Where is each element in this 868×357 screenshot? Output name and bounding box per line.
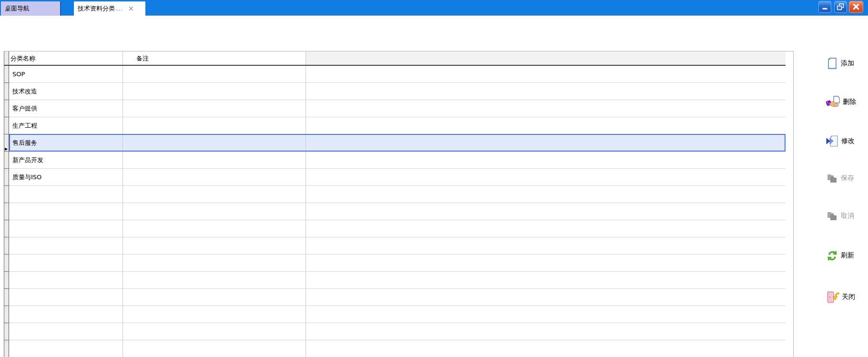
table-row[interactable] xyxy=(4,255,786,272)
table-row[interactable]: 质量与ISO xyxy=(4,169,786,186)
minimize-button[interactable] xyxy=(818,1,831,13)
add-document-icon xyxy=(826,57,838,70)
cell-category-name xyxy=(9,220,123,237)
tab-desktop-navigation[interactable]: 桌面导航 xyxy=(1,1,61,16)
cell-category-name xyxy=(9,323,123,340)
tab-label-ellipsis: ... xyxy=(116,1,123,16)
row-indicator xyxy=(4,220,9,237)
grid-rows: SOP技术改造客户提供生产工程▶售后服务新产品开发质量与ISO xyxy=(4,66,786,357)
table-row[interactable] xyxy=(4,237,786,255)
cell-category-name: SOP xyxy=(9,66,123,83)
row-indicator xyxy=(4,323,9,340)
column-header-note[interactable]: 备注 xyxy=(123,51,306,65)
cell-note xyxy=(123,66,306,83)
table-row[interactable] xyxy=(4,186,786,203)
close-button[interactable]: 关闭 xyxy=(826,290,855,304)
table-row[interactable] xyxy=(4,272,786,289)
table-row[interactable] xyxy=(4,323,786,340)
tab-label: 技术资料分类 xyxy=(78,1,115,16)
cancel-button[interactable]: 取消 xyxy=(826,209,854,223)
cell-filler xyxy=(306,100,786,117)
save-button[interactable]: 保存 xyxy=(826,171,854,185)
row-indicator xyxy=(4,186,9,203)
table-row[interactable]: ▶售后服务 xyxy=(4,134,786,152)
table-row[interactable]: SOP xyxy=(4,66,786,83)
delete-button-label: 删除 xyxy=(843,98,856,106)
cell-category-name xyxy=(9,237,123,255)
row-indicator xyxy=(4,117,9,134)
cell-filler xyxy=(306,117,786,134)
row-indicator xyxy=(4,169,9,186)
cell-category-name xyxy=(9,203,123,220)
row-indicator xyxy=(4,272,9,289)
minimize-icon xyxy=(819,1,831,12)
table-row[interactable] xyxy=(4,289,786,306)
close-icon xyxy=(849,1,863,12)
table-row[interactable] xyxy=(4,340,786,357)
cell-filler xyxy=(306,255,786,272)
cell-note xyxy=(123,100,306,117)
tab-close-icon[interactable]: × xyxy=(128,5,134,12)
close-door-icon xyxy=(826,291,839,304)
table-row[interactable] xyxy=(4,203,786,220)
refresh-arrows-icon xyxy=(826,249,838,262)
cell-category-name: 售后服务 xyxy=(9,134,123,152)
row-indicator-header xyxy=(4,51,9,65)
table-row[interactable]: 技术改造 xyxy=(4,83,786,100)
delete-hand-icon xyxy=(826,96,840,109)
cell-filler xyxy=(306,186,786,203)
table-row[interactable] xyxy=(4,220,786,237)
row-indicator xyxy=(4,255,9,272)
close-window-button[interactable] xyxy=(849,1,863,13)
cell-note xyxy=(123,83,306,100)
cell-category-name: 生产工程 xyxy=(9,117,123,134)
cell-filler xyxy=(306,83,786,100)
column-header-category-name[interactable]: 分类名称 xyxy=(9,51,123,65)
refresh-button[interactable]: 刷新 xyxy=(826,248,854,263)
cell-note xyxy=(123,203,306,220)
row-indicator xyxy=(4,203,9,220)
cancel-button-label: 取消 xyxy=(841,212,854,220)
cell-note xyxy=(123,134,306,152)
delete-button[interactable]: 删除 xyxy=(826,95,856,109)
modify-button-label: 修改 xyxy=(841,137,855,145)
tab-label: 桌面导航 xyxy=(5,5,30,12)
cell-note xyxy=(123,289,306,306)
row-indicator xyxy=(4,237,9,255)
cell-note xyxy=(123,220,306,237)
restore-icon xyxy=(835,1,847,12)
cell-filler xyxy=(306,66,786,83)
table-row[interactable] xyxy=(4,306,786,323)
cancel-folders-icon xyxy=(826,210,838,222)
cell-filler xyxy=(306,306,786,323)
cell-filler xyxy=(306,340,786,357)
cell-note xyxy=(123,152,306,169)
cell-category-name xyxy=(9,340,123,357)
cell-category-name: 新产品开发 xyxy=(9,152,123,169)
table-row[interactable]: 新产品开发 xyxy=(4,152,786,169)
cell-category-name xyxy=(9,306,123,323)
cell-category-name: 技术改造 xyxy=(9,83,123,100)
cell-filler xyxy=(306,203,786,220)
refresh-button-label: 刷新 xyxy=(841,251,854,260)
cell-filler xyxy=(306,289,786,306)
table-row[interactable]: 生产工程 xyxy=(4,117,786,134)
cell-note xyxy=(123,117,306,134)
cell-note xyxy=(123,237,306,255)
cell-filler xyxy=(306,323,786,340)
modify-button[interactable]: 修改 xyxy=(826,134,855,148)
tab-bar: 桌面导航 技术资料分类... × xyxy=(0,0,868,16)
cell-note xyxy=(123,255,306,272)
current-row-arrow-icon: ▶ xyxy=(5,141,8,152)
cell-category-name: 质量与ISO xyxy=(9,169,123,186)
cell-note xyxy=(123,272,306,289)
save-folders-icon xyxy=(826,172,838,184)
row-indicator xyxy=(4,340,9,357)
tab-technical-data-classification[interactable]: 技术资料分类... × xyxy=(74,1,145,16)
grid-header-row: 分类名称 备注 xyxy=(4,51,786,66)
save-button-label: 保存 xyxy=(841,174,854,183)
row-indicator xyxy=(4,289,9,306)
table-row[interactable]: 客户提供 xyxy=(4,100,786,117)
add-button[interactable]: 添加 xyxy=(826,56,854,71)
restore-button[interactable] xyxy=(834,1,847,13)
